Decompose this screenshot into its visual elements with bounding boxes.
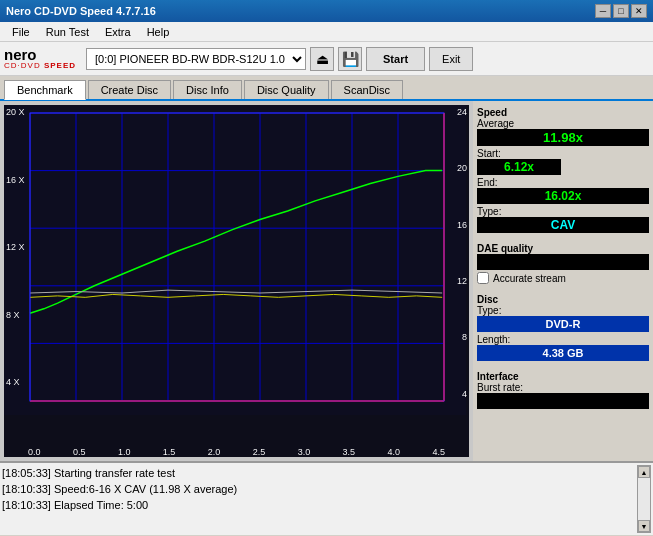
- chart-x-labels: 0.0 0.5 1.0 1.5 2.0 2.5 3.0 3.5 4.0 4.5: [4, 447, 469, 457]
- window-title: Nero CD-DVD Speed 4.7.7.16: [6, 5, 156, 17]
- close-button[interactable]: ✕: [631, 4, 647, 18]
- drive-select[interactable]: [0:0] PIONEER BD-RW BDR-S12U 1.00: [86, 48, 306, 70]
- toolbar-eject-button[interactable]: ⏏: [310, 47, 334, 71]
- burst-rate-value: [477, 393, 649, 409]
- disc-length-label: Length:: [477, 334, 649, 345]
- disc-type-label: Type:: [477, 305, 649, 316]
- dae-quality-title: DAE quality: [477, 243, 649, 254]
- menu-file[interactable]: File: [4, 24, 38, 40]
- tab-scan-disc[interactable]: ScanDisc: [331, 80, 403, 99]
- accurate-stream-row: Accurate stream: [477, 272, 649, 284]
- log-line-2: [18:10:33] Speed:6-16 X CAV (11.98 X ave…: [2, 481, 633, 497]
- tabs: Benchmark Create Disc Disc Info Disc Qua…: [0, 76, 653, 101]
- disc-length-value: 4.38 GB: [477, 345, 649, 361]
- menu-extra[interactable]: Extra: [97, 24, 139, 40]
- chart-area: 20 X 16 X 12 X 8 X 4 X 24 20 16 12 8 4: [4, 105, 469, 447]
- scroll-up-button[interactable]: ▲: [638, 466, 650, 478]
- toolbar-save-button[interactable]: 💾: [338, 47, 362, 71]
- toolbar: nero CD·DVD SPEED [0:0] PIONEER BD-RW BD…: [0, 42, 653, 76]
- main-content: 20 X 16 X 12 X 8 X 4 X 24 20 16 12 8 4 0…: [0, 101, 653, 461]
- log-content: [18:05:33] Starting transfer rate test […: [2, 465, 633, 533]
- chart-y-labels-right: 24 20 16 12 8 4: [449, 105, 469, 447]
- start-value: 6.12x: [477, 159, 561, 175]
- log-area: [18:05:33] Starting transfer rate test […: [0, 461, 653, 535]
- average-value: 11.98x: [477, 129, 649, 146]
- window-controls: ─ □ ✕: [595, 4, 647, 18]
- dae-quality-value: [477, 254, 649, 270]
- interface-title: Interface: [477, 371, 649, 382]
- exit-button[interactable]: Exit: [429, 47, 473, 71]
- disc-type-value: DVD-R: [477, 316, 649, 332]
- speed-section: Speed Average 11.98x Start: 6.12x End: 1…: [477, 105, 649, 233]
- tab-disc-info[interactable]: Disc Info: [173, 80, 242, 99]
- minimize-button[interactable]: ─: [595, 4, 611, 18]
- scroll-track: [638, 478, 650, 520]
- nero-logo: nero CD·DVD SPEED: [4, 47, 76, 70]
- start-label: Start:: [477, 148, 561, 159]
- chart-y-labels: 20 X 16 X 12 X 8 X 4 X: [4, 105, 28, 447]
- type-label: Type:: [477, 206, 649, 217]
- right-panel: Speed Average 11.98x Start: 6.12x End: 1…: [473, 101, 653, 461]
- chart-wrapper: 20 X 16 X 12 X 8 X 4 X 24 20 16 12 8 4 0…: [4, 105, 469, 457]
- disc-title: Disc: [477, 294, 649, 305]
- menu-run-test[interactable]: Run Test: [38, 24, 97, 40]
- tab-disc-quality[interactable]: Disc Quality: [244, 80, 329, 99]
- title-bar: Nero CD-DVD Speed 4.7.7.16 ─ □ ✕: [0, 0, 653, 22]
- end-value: 16.02x: [477, 188, 649, 204]
- start-button[interactable]: Start: [366, 47, 425, 71]
- type-value: CAV: [477, 217, 649, 233]
- scroll-down-button[interactable]: ▼: [638, 520, 650, 532]
- end-label: End:: [477, 177, 649, 188]
- dae-quality-section: DAE quality Accurate stream: [477, 241, 649, 284]
- tab-create-disc[interactable]: Create Disc: [88, 80, 171, 99]
- menu-bar: File Run Test Extra Help: [0, 22, 653, 42]
- speed-title: Speed: [477, 107, 649, 118]
- average-label: Average: [477, 118, 649, 129]
- burst-rate-label: Burst rate:: [477, 382, 649, 393]
- maximize-button[interactable]: □: [613, 4, 629, 18]
- accurate-stream-checkbox[interactable]: [477, 272, 489, 284]
- log-line-1: [18:05:33] Starting transfer rate test: [2, 465, 633, 481]
- menu-help[interactable]: Help: [139, 24, 178, 40]
- log-scrollbar[interactable]: ▲ ▼: [637, 465, 651, 533]
- disc-section: Disc Type: DVD-R Length: 4.38 GB: [477, 292, 649, 361]
- interface-section: Interface Burst rate:: [477, 369, 649, 409]
- accurate-stream-label: Accurate stream: [493, 273, 566, 284]
- tab-benchmark[interactable]: Benchmark: [4, 80, 86, 100]
- log-line-3: [18:10:33] Elapsed Time: 5:00: [2, 497, 633, 513]
